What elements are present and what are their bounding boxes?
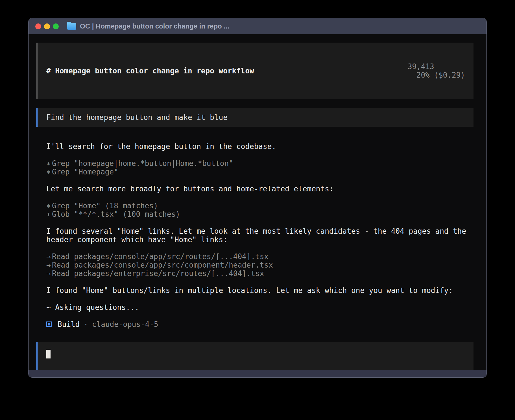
- tool-call-read: →Read packages/enterprise/src/routes/[..…: [46, 269, 473, 278]
- session-title: # Homepage button color change in repo w…: [46, 67, 254, 75]
- assistant-transcript: I'll search for the homepage button in t…: [36, 142, 473, 329]
- context-usage: 20% ($0.29): [416, 71, 465, 79]
- assistant-paragraph: I found "Home" buttons/links in multiple…: [46, 286, 473, 295]
- tool-call-label: Read packages/console/app/src/component/…: [52, 261, 273, 269]
- tool-call-label: Grep "Home" (18 matches): [52, 202, 158, 210]
- minimize-button[interactable]: [44, 23, 50, 29]
- tool-call-grep: ∗Grep "Home" (18 matches): [46, 202, 473, 210]
- assistant-paragraph: Let me search more broadly for buttons a…: [46, 185, 473, 193]
- tool-call-group: →Read packages/console/app/src/routes/[.…: [46, 252, 473, 278]
- tool-call-label: Grep "homepage|home.*button|Home.*button…: [52, 159, 233, 168]
- arrow-right-icon: →: [46, 252, 52, 261]
- tool-call-group: ∗Grep "homepage|home.*button|Home.*butto…: [46, 159, 473, 176]
- assistant-working-status: ~ Asking questions...: [46, 303, 473, 312]
- asterisk-icon: ∗: [46, 168, 52, 176]
- user-message-text: Find the homepage button and make it blu…: [46, 113, 228, 122]
- text-cursor: [46, 350, 51, 358]
- tool-call-glob: ∗Glob "**/*.tsx" (100 matches): [46, 210, 473, 218]
- tool-call-read: →Read packages/console/app/src/routes/[.…: [46, 252, 473, 261]
- tool-call-label: Read packages/enterprise/src/routes/[...…: [52, 269, 264, 278]
- tool-call-read: →Read packages/console/app/src/component…: [46, 261, 473, 269]
- token-count: 39,413: [408, 62, 434, 71]
- asterisk-icon: ∗: [46, 210, 52, 218]
- input-meta: Build Claude Opus 4.5 OpenCode Zen: [46, 366, 465, 370]
- tool-call-grep: ∗Grep "Homepage": [46, 168, 473, 176]
- agent-name: Build: [58, 320, 80, 329]
- close-button[interactable]: [35, 23, 41, 29]
- session-stats: 39,413 20% ($0.29): [372, 54, 465, 88]
- window-controls: [35, 23, 59, 29]
- agent-badge-icon: [46, 321, 52, 327]
- terminal-content: # Homepage button color change in repo w…: [29, 34, 486, 370]
- terminal-window: OC | Homepage button color change in rep…: [28, 18, 487, 378]
- prompt-input[interactable]: Build Claude Opus 4.5 OpenCode Zen: [36, 342, 473, 370]
- folder-icon: [67, 23, 76, 30]
- titlebar[interactable]: OC | Homepage button color change in rep…: [29, 18, 486, 34]
- assistant-paragraph: I found several "Home" links. Let me loo…: [46, 227, 473, 244]
- arrow-right-icon: →: [46, 269, 52, 278]
- separator-dot: ·: [84, 320, 88, 329]
- agent-status-line: Build · claude-opus-4-5: [46, 320, 473, 329]
- tool-call-grep: ∗Grep "homepage|home.*button|Home.*butto…: [46, 159, 473, 168]
- window-bottom-frame: [29, 370, 486, 377]
- user-message: Find the homepage button and make it blu…: [36, 108, 473, 127]
- session-header: # Homepage button color change in repo w…: [36, 43, 473, 99]
- tool-call-label: Read packages/console/app/src/routes/[..…: [52, 252, 269, 261]
- tool-call-label: Grep "Homepage": [52, 168, 118, 176]
- zoom-button[interactable]: [53, 23, 59, 29]
- asterisk-icon: ∗: [46, 202, 52, 210]
- arrow-right-icon: →: [46, 261, 52, 269]
- model-name: claude-opus-4-5: [92, 320, 158, 329]
- assistant-paragraph: I'll search for the homepage button in t…: [46, 142, 473, 151]
- tool-call-label: Glob "**/*.tsx" (100 matches): [52, 210, 180, 218]
- tool-call-group: ∗Grep "Home" (18 matches) ∗Glob "**/*.ts…: [46, 202, 473, 218]
- asterisk-icon: ∗: [46, 159, 52, 168]
- window-title: OC | Homepage button color change in rep…: [80, 22, 229, 30]
